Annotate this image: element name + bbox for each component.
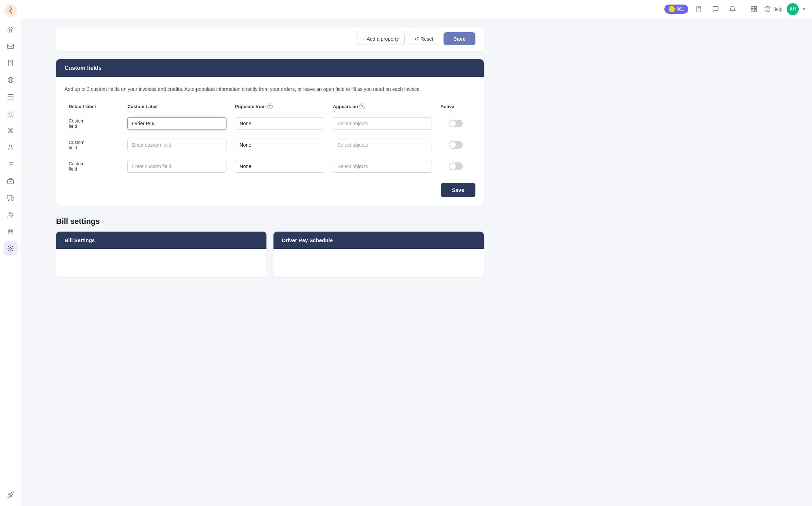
appears-select-1[interactable]: Select objects [333, 117, 432, 130]
active-cell-1 [436, 113, 475, 134]
active-cell-2 [436, 134, 475, 156]
sidebar-item-truck[interactable] [4, 191, 18, 205]
svg-rect-19 [697, 6, 701, 12]
custom-label-input-3[interactable] [127, 160, 226, 173]
bill-settings-card: Bill Settings [56, 232, 266, 277]
svg-rect-5 [8, 114, 9, 116]
bottom-save-row: Save [65, 183, 475, 197]
bill-settings-title: Bill settings [56, 217, 484, 226]
sidebar-item-team[interactable] [4, 225, 18, 239]
sidebar-item-list[interactable] [4, 157, 18, 171]
col-header-custom: Custom Label [123, 100, 231, 113]
save-top-button[interactable]: Save [444, 32, 475, 45]
lightning-icon: ⚡ [669, 6, 675, 12]
svg-point-15 [9, 229, 11, 231]
app-logo[interactable] [4, 4, 17, 17]
svg-rect-6 [10, 112, 11, 116]
custom-fields-desc: Add up to 3 custom fields on your invoic… [65, 85, 475, 93]
svg-point-16 [8, 230, 9, 232]
avatar-initials: AH [790, 7, 796, 12]
driver-pay-card-header: Driver Pay Schedule [273, 232, 484, 249]
custom-label-input-2[interactable] [127, 139, 226, 151]
sidebar-item-calendar[interactable] [4, 90, 18, 104]
custom-label-cell-3 [123, 156, 231, 177]
reset-button[interactable]: ↺ Reset [409, 33, 439, 45]
add-property-button[interactable]: + Add a property [357, 33, 405, 45]
badge-number: 681 [677, 6, 684, 12]
svg-rect-20 [751, 6, 753, 8]
sidebar-item-dollar[interactable] [4, 124, 18, 138]
help-button[interactable]: Help [764, 6, 783, 12]
sidebar-item-briefcase[interactable] [4, 174, 18, 188]
sidebar [0, 0, 21, 506]
svg-rect-22 [751, 9, 753, 12]
bell-icon[interactable] [726, 3, 739, 15]
col-header-active: Active [436, 100, 475, 113]
user-avatar[interactable]: AH [787, 3, 799, 15]
sidebar-item-home[interactable] [4, 22, 18, 36]
avatar-chevron[interactable]: ▾ [803, 7, 805, 12]
reset-label: ↺ Reset [415, 36, 433, 42]
badge-count[interactable]: ⚡ 681 [664, 5, 689, 14]
svg-rect-21 [755, 6, 757, 8]
table-row: Customfield None Sele [65, 113, 475, 134]
notes-icon[interactable] [692, 3, 705, 15]
active-cell-3 [436, 156, 475, 177]
chat-icon[interactable] [709, 3, 722, 15]
toggle-slider-1 [449, 120, 463, 127]
main-content: + Add a property ↺ Reset Save Custom fie… [42, 18, 812, 506]
svg-point-11 [8, 199, 9, 200]
save-bottom-button[interactable]: Save [441, 183, 475, 197]
populate-select-2[interactable]: None [235, 139, 324, 151]
default-label-1: Customfield [65, 113, 123, 134]
populate-select-1[interactable]: None [235, 117, 324, 130]
svg-point-14 [11, 213, 13, 214]
sidebar-item-rocket-bottom[interactable] [4, 488, 18, 502]
custom-label-cell-1 [123, 113, 231, 134]
appears-select-2[interactable]: Select objects [333, 139, 432, 151]
custom-fields-header: Custom fields [56, 59, 484, 77]
custom-fields-table: Default label Custom Label Populate from… [65, 100, 475, 177]
default-label-2: Customfield [65, 134, 123, 156]
populate-cell-1: None [231, 113, 329, 134]
appears-cell-3: Select objects [329, 156, 436, 177]
custom-label-input-1[interactable] [127, 117, 226, 130]
sidebar-item-mail[interactable] [4, 39, 18, 53]
grid-icon[interactable] [747, 3, 760, 15]
col-header-default: Default label [65, 100, 123, 113]
appears-help-icon[interactable]: ? [359, 104, 365, 109]
save-top-label: Save [453, 36, 466, 42]
col-header-appears: Appears on ? [329, 100, 436, 113]
sidebar-item-settings[interactable] [4, 241, 18, 255]
add-property-label: + Add a property [363, 36, 399, 42]
save-bottom-label: Save [452, 187, 464, 193]
sidebar-item-globe[interactable] [4, 73, 18, 87]
svg-point-0 [4, 4, 17, 17]
top-panel: + Add a property ↺ Reset Save [56, 27, 484, 51]
bill-settings-card-header: Bill Settings [56, 232, 266, 249]
sidebar-item-people-group[interactable] [4, 208, 18, 222]
sidebar-item-person[interactable] [4, 140, 18, 154]
svg-rect-1 [7, 44, 13, 48]
svg-point-24 [765, 6, 770, 12]
active-toggle-1[interactable] [449, 120, 463, 127]
toggle-slider-2 [449, 141, 463, 149]
populate-help-icon[interactable]: ? [267, 104, 273, 109]
appears-cell-2: Select objects [329, 134, 436, 156]
bill-cards-row: Bill Settings Driver Pay Schedule [56, 232, 484, 277]
populate-cell-2: None [231, 134, 329, 156]
custom-label-cell-2 [123, 134, 231, 156]
svg-point-9 [9, 145, 12, 147]
toggle-slider-3 [449, 162, 463, 170]
svg-point-13 [9, 212, 11, 214]
active-toggle-3[interactable] [449, 162, 463, 170]
driver-pay-card: Driver Pay Schedule [273, 232, 484, 277]
appears-select-3[interactable]: Select objects [333, 160, 432, 173]
populate-select-3[interactable]: None [235, 160, 324, 173]
custom-fields-title: Custom fields [65, 65, 102, 71]
sidebar-item-document[interactable] [4, 56, 18, 70]
sidebar-item-chart[interactable] [4, 107, 18, 121]
active-toggle-2[interactable] [449, 141, 463, 149]
appears-cell-1: Select objects [329, 113, 436, 134]
topbar: ⚡ 681 Help AH ▾ [21, 0, 812, 18]
